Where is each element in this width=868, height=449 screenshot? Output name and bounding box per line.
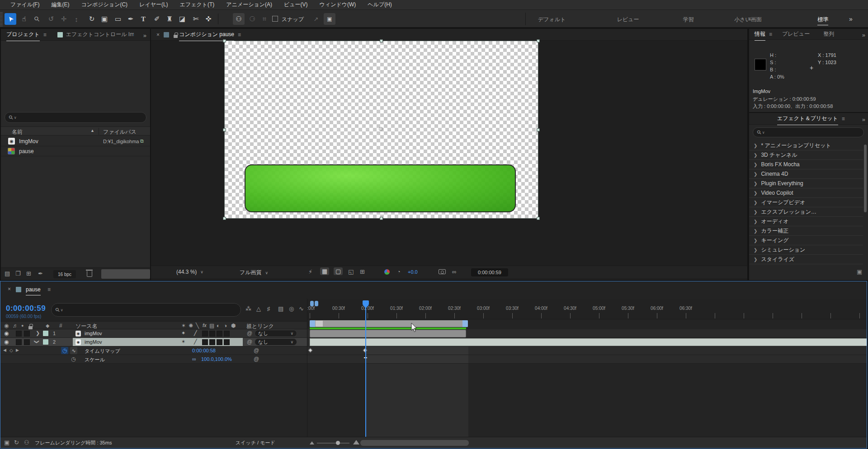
timeline-search-input[interactable]: ⚲∨: [51, 303, 241, 317]
link-dimensions-icon[interactable]: ∞: [192, 356, 196, 362]
info-tabs-overflow-icon[interactable]: »: [862, 32, 865, 38]
layer-name[interactable]: imgMov: [85, 339, 102, 345]
motion-blur-icon[interactable]: ◎: [289, 305, 294, 312]
layer-label-swatch[interactable]: [43, 331, 48, 336]
menu-file[interactable]: ファイル(F): [5, 1, 45, 9]
menu-window[interactable]: ウィンドウ(W): [314, 1, 362, 9]
selection-handle[interactable]: [380, 39, 383, 42]
layer-row-2[interactable]: ◉ ❯ 2 ◉ imgMov ✶ ╱ @ なし∨: [0, 338, 307, 346]
adjust-icon[interactable]: ✒: [38, 270, 43, 277]
menu-layer[interactable]: レイヤー(L): [133, 1, 174, 9]
transparency-grid-icon[interactable]: ▦: [320, 267, 329, 275]
graph-editor-icon[interactable]: ∿: [299, 305, 304, 312]
tab-align[interactable]: 整列: [823, 30, 834, 38]
effects-category[interactable]: ❯スタイライズ: [749, 255, 863, 264]
property-row-time-remap[interactable]: ◀ ◇ ▶ ◷ ∿ タイムリマップ 0:00:00:58 @: [0, 346, 307, 355]
property-value[interactable]: 0:00:00:58: [192, 348, 216, 353]
threed-switch[interactable]: [224, 331, 230, 337]
parent-dropdown[interactable]: なし∨: [255, 330, 297, 337]
brush-tool-icon[interactable]: ✐: [151, 13, 163, 25]
collaborate-icon[interactable]: ⚇: [24, 439, 29, 446]
quality-switch-icon[interactable]: ╱: [194, 339, 197, 345]
green-rect-layer[interactable]: [245, 164, 516, 212]
bit-depth-button[interactable]: 16 bpc: [53, 270, 76, 278]
layer-2-duration-bar[interactable]: [310, 338, 867, 346]
character-tool-icon[interactable]: ⚇: [233, 13, 245, 25]
effects-category[interactable]: ❯Boris FX Mocha: [749, 160, 863, 169]
menu-help[interactable]: ヘルプ(H): [362, 1, 398, 9]
orbit-camera-tool-icon[interactable]: ↺: [45, 13, 57, 25]
fx-switch[interactable]: [202, 339, 208, 345]
next-keyframe-icon[interactable]: ▶: [16, 348, 19, 352]
new-folder-icon[interactable]: ❐: [15, 270, 21, 277]
effects-category[interactable]: ❯オーディオ: [749, 217, 863, 226]
menu-view[interactable]: ビュー(V): [278, 1, 314, 9]
draft-3d-icon[interactable]: △: [256, 305, 261, 312]
pan-camera-tool-icon[interactable]: ✛: [58, 13, 70, 25]
preview-time-display[interactable]: 0:00:00:59: [471, 268, 508, 276]
effects-category[interactable]: ❯3D チャンネル: [749, 150, 863, 160]
composition-canvas[interactable]: [225, 41, 538, 218]
effects-category[interactable]: ❯シミュレーション: [749, 245, 863, 255]
effects-category[interactable]: ❯Cinema 4D: [749, 169, 863, 179]
mask-visibility-icon[interactable]: ▢: [334, 267, 343, 275]
expand-arrow-icon[interactable]: ❯: [36, 330, 40, 336]
quality-switch-icon[interactable]: ╱: [194, 330, 197, 336]
menu-edit[interactable]: 編集(E): [45, 1, 75, 9]
motion-blur-switch[interactable]: [217, 339, 222, 345]
tab-info[interactable]: 情報: [755, 30, 765, 38]
motion-blur-switch[interactable]: [217, 331, 222, 337]
resolution-dropdown[interactable]: フル画質∨: [240, 269, 268, 276]
collapse-switch-icon[interactable]: ✶: [181, 330, 185, 336]
zoom-out-mountain-icon[interactable]: [310, 441, 314, 444]
info-panel-menu-icon[interactable]: ≡: [769, 31, 772, 37]
rotation-tool-icon[interactable]: ↻: [86, 13, 98, 25]
effects-category[interactable]: ❯Video Copilot: [749, 188, 863, 198]
tab-effects-presets[interactable]: エフェクト＆プリセット: [777, 115, 838, 122]
timeline-zoom-slider-knob[interactable]: [336, 441, 340, 445]
comp-panel-menu-icon[interactable]: ≡: [238, 32, 241, 38]
workspace-default[interactable]: デフォルト: [538, 16, 566, 23]
stopwatch-icon[interactable]: ◷: [61, 347, 68, 354]
selection-handle[interactable]: [223, 39, 226, 42]
frame-blend-icon[interactable]: ▤: [278, 305, 283, 312]
selection-handle[interactable]: [223, 128, 226, 131]
channel-color-icon[interactable]: [384, 269, 390, 276]
layer-row-1[interactable]: ◉ ❯ 1 ◉ imgMov ✶ ╱ @ なし∨: [0, 329, 307, 338]
graph-icon[interactable]: ∿: [70, 347, 77, 354]
lock-icon[interactable]: [174, 33, 178, 39]
grid-guides-icon[interactable]: ⊞: [360, 268, 365, 275]
selection-handle[interactable]: [380, 217, 383, 220]
eye-icon[interactable]: ◉: [4, 339, 9, 345]
effects-search-input[interactable]: ⚲∨: [753, 127, 864, 137]
tab-effect-controls[interactable]: エフェクトコントロール ImgMov: [66, 31, 134, 38]
property-value[interactable]: 100.0,100.0%: [201, 356, 232, 362]
parent-dropdown[interactable]: なし∨: [255, 338, 297, 346]
workspace-review[interactable]: レビュー: [617, 16, 639, 23]
puppet-pin-tool-icon[interactable]: ✜: [203, 13, 214, 25]
playhead-handle-point[interactable]: [363, 305, 369, 308]
menu-effect[interactable]: エフェクト(T): [174, 1, 221, 9]
selection-handle[interactable]: [223, 217, 226, 220]
pan-behind-tool-icon[interactable]: ▣: [99, 13, 110, 25]
roto-brush-tool-icon[interactable]: ✄: [190, 13, 202, 25]
zoom-tool-icon[interactable]: ⚲: [31, 13, 42, 25]
layer-label-swatch[interactable]: [43, 339, 48, 345]
show-snapshot-icon[interactable]: ∞: [452, 268, 456, 275]
exposure-value[interactable]: +0.0: [408, 269, 418, 275]
add-keyframe-icon[interactable]: ◇: [9, 348, 13, 353]
property-row-scale[interactable]: ◷ スケール ∞ 100.0,100.0% @: [0, 355, 307, 364]
property-name[interactable]: スケール: [85, 356, 105, 363]
selection-handle[interactable]: [537, 217, 540, 220]
switch-mode-button[interactable]: スイッチ / モード: [236, 440, 275, 446]
new-preset-icon[interactable]: ▣: [857, 268, 862, 275]
frame-blend-switch[interactable]: [209, 339, 215, 345]
selection-handle[interactable]: [537, 128, 540, 131]
pick-whip-icon[interactable]: @: [247, 339, 252, 345]
zoom-level-dropdown[interactable]: (44.3 %)∨: [176, 269, 203, 275]
workspace-standard[interactable]: 標準: [817, 16, 828, 23]
effects-category[interactable]: ❯* アニメーションプリセット: [749, 141, 863, 150]
new-composition-icon[interactable]: ⊞: [26, 270, 31, 277]
close-tab-icon[interactable]: ×: [8, 286, 11, 292]
layer-1-duration-bar[interactable]: [310, 330, 466, 337]
